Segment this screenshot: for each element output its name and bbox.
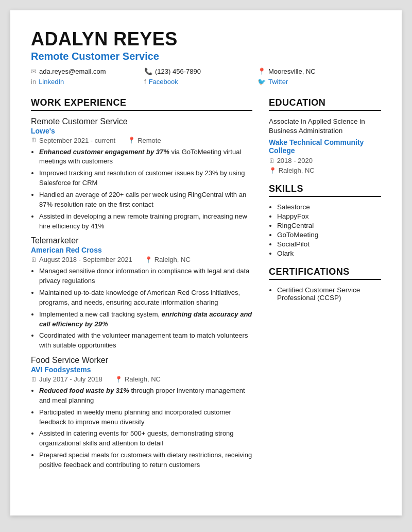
skills-section: SKILLS Salesforce HappyFox RingCentral G… <box>269 184 381 257</box>
edu-degree: Associate in Applied Science in Business… <box>269 117 381 137</box>
candidate-name: ADALYN REYES <box>31 29 381 49</box>
facebook-icon: f <box>144 78 146 86</box>
linkedin-link[interactable]: LinkedIn <box>39 78 64 86</box>
edu-calendar-icon: 🗓 <box>269 157 275 164</box>
twitter-item[interactable]: 🐦 Twitter <box>258 78 371 86</box>
skill-4: GoToMeeting <box>277 231 381 239</box>
job-3-bullets: Reduced food waste by 31% through proper… <box>39 386 252 470</box>
phone-icon: 📞 <box>144 68 152 75</box>
work-experience-heading: WORK EXPERIENCE <box>31 97 252 111</box>
certifications-section: CERTIFICATIONS Certified Customer Servic… <box>269 267 381 302</box>
pin-icon-2: 📍 <box>145 256 152 263</box>
skill-3: RingCentral <box>277 222 381 229</box>
certifications-heading: CERTIFICATIONS <box>269 267 381 280</box>
work-experience-section: WORK EXPERIENCE Remote Customer Service … <box>31 97 252 470</box>
job-3-bullet-2: Participated in weekly menu planning and… <box>39 408 252 427</box>
left-column: WORK EXPERIENCE Remote Customer Service … <box>31 97 252 479</box>
job-3-location: 📍 Raleigh, NC <box>115 375 161 383</box>
job-1-date: 🗓 September 2021 - current <box>31 137 115 144</box>
pin-icon-3: 📍 <box>115 376 123 383</box>
main-layout: WORK EXPERIENCE Remote Customer Service … <box>31 97 381 479</box>
right-column: EDUCATION Associate in Applied Science i… <box>269 97 381 479</box>
job-1-bullets: Enhanced customer engagement by 37% via … <box>39 147 252 231</box>
job-3-meta: 🗓 July 2017 - July 2018 📍 Raleigh, NC <box>31 375 252 383</box>
job-2-bullet-2: Maintained up-to-date knowledge of Ameri… <box>39 288 252 308</box>
calendar-icon-3: 🗓 <box>31 376 37 383</box>
facebook-item[interactable]: f Facebook <box>144 78 258 86</box>
job-2-bullets: Managed sensitive donor information in c… <box>39 267 252 351</box>
edu-pin-icon: 📍 <box>269 167 277 174</box>
job-3-title: Food Service Worker <box>31 356 252 365</box>
phone-item: 📞 (123) 456-7890 <box>144 68 258 75</box>
twitter-icon: 🐦 <box>258 78 266 86</box>
job-2-date: 🗓 August 2018 - September 2021 <box>31 256 132 263</box>
email-text: ada.reyes@email.com <box>39 68 106 75</box>
candidate-title: Remote Customer Service <box>31 51 381 62</box>
header-section: ADALYN REYES Remote Customer Service ✉ a… <box>31 29 381 87</box>
job-1-bullet-1-bold: Enhanced customer engagement by 37% <box>39 148 169 156</box>
skill-2: HappyFox <box>277 212 381 220</box>
email-item: ✉ ada.reyes@email.com <box>31 68 144 75</box>
job-3-bullet-3: Assisted in catering events for 500+ gue… <box>39 429 252 448</box>
job-3: Food Service Worker AVI Foodsystems 🗓 Ju… <box>31 356 252 470</box>
location-icon: 📍 <box>258 68 266 75</box>
skill-5: SocialPilot <box>277 240 381 248</box>
job-1-location: 📍 Remote <box>128 137 161 144</box>
cert-1: Certified Customer Service Professional … <box>277 286 381 302</box>
job-1-bullet-4: Assisted in developing a new remote trai… <box>39 212 252 231</box>
job-1-title: Remote Customer Service <box>31 117 252 126</box>
resume-container: ADALYN REYES Remote Customer Service ✉ a… <box>10 10 402 516</box>
skills-list: Salesforce HappyFox RingCentral GoToMeet… <box>277 203 381 257</box>
job-3-bullet-4: Prepared special meals for customers wit… <box>39 451 252 470</box>
job-2-bullet-4: Coordinated with the volunteer managemen… <box>39 331 252 351</box>
job-3-bullet-1: Reduced food waste by 31% through proper… <box>39 386 252 406</box>
skill-6: Olark <box>277 250 381 257</box>
education-section: EDUCATION Associate in Applied Science i… <box>269 97 381 175</box>
location-text: Mooresville, NC <box>268 68 316 75</box>
job-2-company: American Red Cross <box>31 246 252 254</box>
edu-years: 🗓 2018 - 2020 <box>269 157 313 164</box>
linkedin-icon: in <box>31 78 36 86</box>
job-2-title: Telemarketer <box>31 236 252 245</box>
job-2-bullet-1: Managed sensitive donor information in c… <box>39 267 252 286</box>
skills-heading: SKILLS <box>269 184 381 197</box>
job-3-bullet-1-bold: Reduced food waste by 31% <box>39 387 129 394</box>
facebook-link[interactable]: Facebook <box>149 78 178 86</box>
edu-school: Wake Technical Community College <box>269 138 381 155</box>
job-3-company: AVI Foodsystems <box>31 365 252 374</box>
edu-location: 📍 Raleigh, NC <box>269 167 315 174</box>
job-1: Remote Customer Service Lowe's 🗓 Septemb… <box>31 117 252 231</box>
phone-text: (123) 456-7890 <box>155 68 201 75</box>
job-1-bullet-2: Improved tracking and resolution of cust… <box>39 169 252 188</box>
contact-row-2: in LinkedIn f Facebook 🐦 Twitter <box>31 78 381 87</box>
education-heading: EDUCATION <box>269 97 381 111</box>
job-1-bullet-3: Handled an average of 220+ calls per wee… <box>39 190 252 210</box>
job-1-company: Lowe's <box>31 127 252 135</box>
job-3-date: 🗓 July 2017 - July 2018 <box>31 375 102 383</box>
calendar-icon-2: 🗓 <box>31 256 37 263</box>
job-2-location: 📍 Raleigh, NC <box>145 256 191 263</box>
location-item: 📍 Mooresville, NC <box>258 68 371 75</box>
cert-list: Certified Customer Service Professional … <box>277 286 381 302</box>
job-2-meta: 🗓 August 2018 - September 2021 📍 Raleigh… <box>31 256 252 263</box>
contact-row-1: ✉ ada.reyes@email.com 📞 (123) 456-7890 📍… <box>31 68 381 77</box>
email-icon: ✉ <box>31 68 37 75</box>
calendar-icon-1: 🗓 <box>31 137 37 144</box>
linkedin-item[interactable]: in LinkedIn <box>31 78 144 86</box>
edu-location-row: 📍 Raleigh, NC <box>269 167 381 174</box>
edu-meta: 🗓 2018 - 2020 <box>269 157 381 164</box>
job-2: Telemarketer American Red Cross 🗓 August… <box>31 236 252 351</box>
job-1-bullet-1: Enhanced customer engagement by 37% via … <box>39 147 252 167</box>
pin-icon-1: 📍 <box>128 137 135 144</box>
job-1-meta: 🗓 September 2021 - current 📍 Remote <box>31 137 252 144</box>
twitter-link[interactable]: Twitter <box>268 78 288 86</box>
job-2-bullet-3-bold: enriching data accuracy and call efficie… <box>39 310 252 328</box>
job-2-bullet-3: Implemented a new call tracking system, … <box>39 310 252 329</box>
skill-1: Salesforce <box>277 203 381 211</box>
